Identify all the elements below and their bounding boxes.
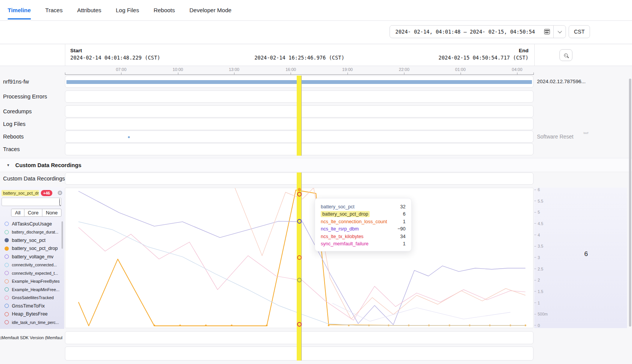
end-label: End bbox=[438, 48, 529, 53]
date-range-input[interactable]: 2024- 02-14, 04:01:48 – 2024- 02-15, 04:… bbox=[390, 26, 540, 38]
metric-filter-segmented: AllCoreNone bbox=[11, 209, 61, 217]
y-tick-dash bbox=[534, 257, 536, 258]
end-timestamp: 2024-02-15 04:50:54.717 (CST) bbox=[438, 55, 529, 61]
y-tick-label: 2 bbox=[538, 278, 540, 282]
start-label: Start bbox=[70, 48, 160, 53]
tooltip-row-battery-soc-pct: battery_soc_pct32 bbox=[321, 203, 406, 211]
metric-list-item-example-heapminfree[interactable]: Example_HeapMinFree... bbox=[0, 285, 64, 294]
calendar-icon[interactable] bbox=[540, 26, 553, 38]
series-point bbox=[328, 325, 329, 326]
cursor-marker bbox=[297, 188, 301, 192]
y-tick-dash bbox=[534, 212, 536, 213]
metric-label: Heap_BytesFree bbox=[12, 311, 48, 317]
section-custom-data-recordings[interactable]: ▼ Custom Data Recordings bbox=[0, 158, 632, 172]
reboot-event-dot[interactable] bbox=[128, 136, 130, 138]
metric-list-item-battery-discharge-durat[interactable]: battery_discharge_durat... bbox=[0, 228, 64, 237]
y-axis-tick: 2 bbox=[534, 278, 540, 282]
y-tick-dash bbox=[534, 291, 536, 292]
search-icon bbox=[59, 198, 60, 205]
y-tick-label: 4.5 bbox=[538, 221, 543, 226]
tab-attributes[interactable]: Attributes bbox=[77, 7, 101, 13]
y-tick-label: 1.5 bbox=[538, 289, 543, 294]
y-axis-tick: 1.5 bbox=[534, 289, 543, 294]
time-tick-mark bbox=[178, 72, 178, 75]
y-tick-dash bbox=[534, 325, 536, 325]
metric-label: battery_voltage_mv bbox=[12, 254, 53, 259]
metric-list: AllTasksCpuUsagebattery_discharge_durat.… bbox=[0, 220, 64, 327]
filter-none-button[interactable]: None bbox=[42, 209, 61, 217]
filter-all-button[interactable]: All bbox=[11, 209, 24, 217]
metric-label: AllTasksCpuUsage bbox=[12, 221, 52, 227]
page-scrollbar[interactable] bbox=[629, 79, 631, 327]
metric-list-item-alltaskscpuusage[interactable]: AllTasksCpuUsage bbox=[0, 220, 64, 228]
time-axis: 07:0010:0013:0016:0019:0022:0001:0004:00 bbox=[0, 66, 632, 75]
series-point bbox=[179, 325, 181, 326]
metric-list-item-connectivity-expected-t[interactable]: connectivity_expected_t... bbox=[0, 269, 64, 277]
y-tick-dash bbox=[534, 235, 536, 235]
tooltip-metric-name: ncs_lte_connection_loss_count bbox=[321, 219, 387, 224]
date-range-dropdown-button[interactable] bbox=[553, 26, 566, 38]
metric-search-input[interactable] bbox=[2, 198, 59, 206]
cursor-marker bbox=[297, 219, 302, 224]
y-axis-tick: 1 bbox=[534, 301, 540, 305]
tooltip-row-sync-memfault-failure: sync_memfault_failure1 bbox=[321, 240, 406, 248]
metric-list-item-example-heapfreebytes[interactable]: Example_HeapFreeBytes bbox=[0, 277, 64, 286]
time-tick-mark bbox=[348, 72, 348, 75]
row-label-nrf91ns-fw: nrf91ns-fw bbox=[3, 76, 29, 88]
axis-end-tick bbox=[65, 72, 65, 75]
metric-list-item-idle-task-run-time-perc[interactable]: idle_task_run_time_perc... bbox=[0, 318, 64, 327]
y-tick-dash bbox=[534, 280, 536, 280]
y-tick-label: 3 bbox=[538, 255, 540, 260]
series-battery-soc-pct-drop bbox=[78, 190, 525, 326]
tab-log-files[interactable]: Log Files bbox=[116, 7, 139, 13]
tab-timeline[interactable]: Timeline bbox=[8, 7, 31, 13]
time-tick-label: 22:00 bbox=[399, 67, 410, 72]
cursor-marker bbox=[297, 192, 302, 196]
selected-metric-chip[interactable]: battery_soc_pct_dr... bbox=[2, 190, 39, 196]
y-axis-tick: 5.5 bbox=[534, 199, 543, 203]
tab-traces[interactable]: Traces bbox=[45, 7, 63, 13]
axis-end-tick bbox=[533, 72, 534, 75]
time-tick-label: 01:00 bbox=[455, 67, 466, 72]
metric-color-circle bbox=[5, 287, 9, 292]
y-tick-label: 3.5 bbox=[538, 244, 543, 248]
metric-list-item-gnsssatellitestracked[interactable]: GnssSatellitesTracked bbox=[0, 294, 64, 302]
chevron-down-icon bbox=[558, 29, 562, 33]
gear-icon[interactable]: ⚙ bbox=[57, 190, 63, 196]
tab-reboots[interactable]: Reboots bbox=[154, 7, 175, 13]
time-tick-mark bbox=[404, 72, 404, 75]
tooltip-metric-name: sync_memfault_failure bbox=[321, 241, 369, 246]
time-tick-mark bbox=[517, 72, 517, 75]
metric-list-item-heap-bytesfree[interactable]: Heap_BytesFree bbox=[0, 310, 64, 319]
metric-list-item-gnsstimetofix[interactable]: GnssTimeToFix bbox=[0, 302, 64, 310]
device-timeline-page: TimelineTracesAttributesLog FilesReboots… bbox=[0, 0, 632, 364]
tooltip-metric-name: battery_soc_pct bbox=[321, 204, 354, 209]
time-tick-mark bbox=[291, 72, 291, 75]
tooltip-metric-name: ncs_lte_tx_kilobytes bbox=[321, 234, 364, 239]
metric-color-circle bbox=[5, 222, 9, 226]
time-tick-label: 04:00 bbox=[512, 67, 522, 72]
metric-label: connectivity_expected_t... bbox=[12, 271, 58, 275]
y-axis-tick: 4 bbox=[534, 233, 540, 237]
timezone-button[interactable]: CST bbox=[569, 25, 590, 38]
metric-list-item-connectivity-connected[interactable]: connectivity_connected... bbox=[0, 261, 64, 269]
row-label-memfault-sdk-version: Memfault SDK Version (Memfaul... bbox=[2, 331, 63, 344]
tooltip-row-ncs-lte-tx-kilobytes: ncs_lte_tx_kilobytes34 bbox=[321, 233, 406, 240]
time-tick-mark bbox=[234, 72, 234, 75]
zoom-out-button[interactable] bbox=[559, 49, 572, 61]
tab-developer-mode[interactable]: Developer Mode bbox=[189, 7, 231, 13]
filter-core-button[interactable]: Core bbox=[24, 209, 42, 217]
time-tick-mark bbox=[461, 72, 461, 75]
series-ncs-lte-connection-loss-count bbox=[332, 303, 510, 321]
metric-list-item-battery-soc-pct-drop[interactable]: battery_soc_pct_drop bbox=[0, 245, 64, 253]
y-tick-dash bbox=[534, 303, 536, 303]
metric-color-circle bbox=[5, 254, 9, 259]
metric-color-circle bbox=[5, 312, 9, 316]
y-tick-dash bbox=[534, 201, 536, 201]
sidebar-scrollbar[interactable] bbox=[61, 221, 63, 249]
time-tick-label: 19:00 bbox=[342, 67, 353, 72]
metric-label: Example_HeapFreeBytes bbox=[12, 279, 60, 283]
metric-list-item-battery-soc-pct[interactable]: battery_soc_pct bbox=[0, 236, 64, 245]
metric-list-item-battery-voltage-mv[interactable]: battery_voltage_mv bbox=[0, 253, 64, 261]
zoom-out-icon bbox=[564, 53, 568, 57]
